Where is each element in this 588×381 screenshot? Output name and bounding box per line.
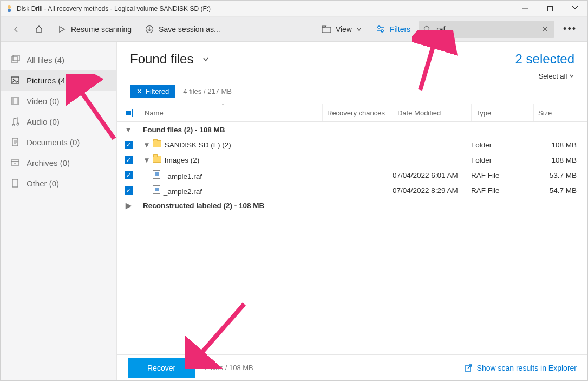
file-icon: [10, 178, 20, 188]
sidebar-item-video[interactable]: Video (0): [1, 91, 116, 111]
select-all-button[interactable]: Select all: [539, 72, 574, 80]
clear-search-button[interactable]: [539, 26, 551, 32]
save-session-label: Save session as...: [159, 25, 220, 34]
group-row[interactable]: ▶ Reconstructed labeled (2) - 108 MB: [117, 198, 587, 213]
select-all-checkbox[interactable]: [125, 109, 133, 117]
svg-point-11: [381, 30, 383, 32]
close-button[interactable]: [563, 1, 587, 17]
search-icon: [422, 24, 432, 34]
col-date[interactable]: Date Modified: [393, 104, 471, 121]
view-dropdown[interactable]: View: [316, 21, 367, 37]
back-button[interactable]: [6, 21, 27, 37]
footer: Recover 2 files / 108 MB Show scan resul…: [117, 354, 587, 380]
sidebar-item-label: Audio (0): [27, 117, 60, 126]
window-title: Disk Drill - All recovery methods - Logi…: [17, 5, 211, 12]
table-body: ▼ Found files (2) - 108 MB ✓ ▼ SANDISK S…: [117, 122, 587, 354]
home-button[interactable]: [29, 21, 49, 37]
group-label: Reconstructed labeled (2) - 108 MB: [140, 202, 322, 210]
archive-icon: [10, 158, 20, 167]
download-icon: [145, 24, 154, 34]
show-in-explorer-link[interactable]: Show scan results in Explorer: [464, 364, 577, 372]
save-session-button[interactable]: Save session as...: [139, 21, 226, 37]
table-row[interactable]: ✓ ▼ Images (2) Folder 108 MB: [117, 152, 587, 167]
file-icon: [153, 185, 160, 194]
search-box[interactable]: [419, 21, 554, 38]
sidebar-item-audio[interactable]: Audio (0): [1, 111, 116, 132]
document-icon: [10, 137, 20, 147]
svg-point-12: [424, 26, 429, 31]
filters-button[interactable]: Filters: [370, 21, 416, 37]
svg-line-13: [429, 31, 430, 33]
folder-outline-icon: [322, 24, 331, 34]
row-checkbox[interactable]: ✓: [125, 171, 133, 179]
group-label: Found files (2) - 108 MB: [140, 126, 322, 134]
minimize-button[interactable]: [513, 1, 538, 17]
sidebar-item-label: Archives (0): [27, 158, 70, 167]
table-row[interactable]: ✓ ▼ SANDISK SD (F) (2) Folder 108 MB: [117, 137, 587, 152]
sidebar-item-label: Other (0): [27, 179, 59, 188]
table-row[interactable]: ✓ _ample2.raf 07/04/2022 8:29 AM RAF Fil…: [117, 183, 587, 198]
folder-icon: [153, 156, 161, 163]
sidebar-item-pictures[interactable]: Pictures (4): [1, 70, 116, 91]
sidebar: All files (4) Pictures (4) Video (0) Aud…: [1, 42, 117, 380]
group-row[interactable]: ▼ Found files (2) - 108 MB: [117, 122, 587, 137]
app-icon: [5, 4, 14, 13]
play-icon: [57, 24, 67, 34]
film-icon: [10, 96, 20, 106]
toolbar: Resume scanning Save session as... View …: [1, 17, 587, 42]
svg-rect-28: [12, 162, 18, 166]
filters-label: Filters: [390, 25, 410, 34]
col-name[interactable]: Name˄: [140, 104, 322, 121]
table-row[interactable]: ✓ _ample1.raf 07/04/2022 6:01 AM RAF Fil…: [117, 167, 587, 183]
row-checkbox[interactable]: ✓: [125, 156, 133, 164]
table-header: Name˄ Recovery chances Date Modified Typ…: [117, 104, 587, 122]
svg-point-9: [378, 26, 380, 28]
sidebar-item-label: All files (4): [27, 55, 64, 64]
svg-point-0: [8, 5, 11, 9]
svg-point-19: [13, 79, 15, 80]
svg-rect-7: [322, 27, 331, 33]
folder-icon: [153, 140, 161, 147]
svg-rect-17: [13, 55, 19, 61]
sidebar-item-other[interactable]: Other (0): [1, 173, 116, 193]
row-checkbox[interactable]: ✓: [125, 141, 133, 149]
filtered-label: Filtered: [146, 87, 169, 95]
col-type[interactable]: Type: [471, 104, 533, 121]
sidebar-item-documents[interactable]: Documents (0): [1, 132, 116, 152]
arrow-left-icon: [11, 24, 21, 34]
collapse-icon[interactable]: ▼: [125, 126, 132, 134]
footer-summary: 2 files / 108 MB: [205, 364, 253, 372]
music-icon: [10, 117, 20, 126]
filtered-chip[interactable]: ✕ Filtered: [130, 85, 175, 98]
resume-label: Resume scanning: [71, 25, 132, 34]
maximize-button[interactable]: [538, 1, 563, 17]
svg-rect-20: [11, 98, 19, 104]
row-checkbox[interactable]: ✓: [125, 186, 133, 195]
external-link-icon: [464, 364, 473, 372]
titlebar: Disk Drill - All recovery methods - Logi…: [1, 1, 587, 17]
content-area: Found files 2 selected Select all ✕ Filt…: [117, 42, 587, 380]
more-menu-button[interactable]: •••: [558, 23, 582, 35]
collapse-icon[interactable]: ▼: [143, 141, 151, 149]
col-size[interactable]: Size: [533, 104, 587, 121]
page-title: Found files: [130, 51, 193, 67]
svg-rect-1: [8, 9, 11, 12]
recover-button[interactable]: Recover: [128, 358, 195, 378]
title-dropdown[interactable]: [202, 55, 210, 63]
collapse-icon[interactable]: ▼: [143, 156, 151, 164]
sliders-icon: [376, 24, 386, 34]
sidebar-item-all-files[interactable]: All files (4): [1, 49, 116, 70]
resume-scanning-button[interactable]: Resume scanning: [51, 21, 137, 37]
sidebar-item-archives[interactable]: Archives (0): [1, 152, 116, 173]
svg-rect-30: [12, 179, 18, 187]
sidebar-item-label: Video (0): [27, 96, 60, 106]
svg-rect-3: [548, 6, 553, 11]
sidebar-item-label: Documents (0): [27, 138, 80, 147]
col-recovery[interactable]: Recovery chances: [322, 104, 393, 121]
close-icon: ✕: [136, 87, 142, 95]
view-label: View: [336, 25, 352, 34]
file-summary: 4 files / 217 MB: [183, 87, 232, 95]
search-input[interactable]: [432, 25, 539, 34]
expand-icon[interactable]: ▶: [125, 201, 132, 210]
sort-indicator-icon: ˄: [221, 103, 224, 109]
